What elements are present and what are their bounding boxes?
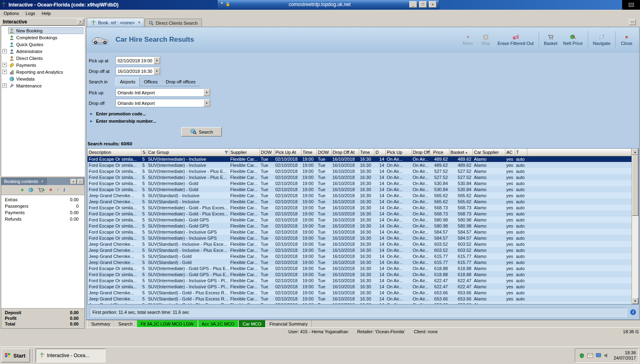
table-row[interactable]: Ford Escape Or simila...5SUV(Intermediat… xyxy=(88,180,631,186)
table-row[interactable]: Jeep Grand Cheroke...5SUV(Standard) - In… xyxy=(88,192,631,198)
sidebar-item-direct-clients[interactable]: Direct Clients xyxy=(1,55,84,62)
sidebar-item-quick-quotes[interactable]: Quick Quotes xyxy=(1,41,84,48)
close-booking-contents-icon[interactable]: × xyxy=(41,179,43,183)
menu-options[interactable]: Options xyxy=(0,11,22,16)
table-row[interactable]: Jeep Grand Cheroke...5SUV(Standard) - Go… xyxy=(88,302,631,304)
basket-add-icon[interactable]: + xyxy=(38,187,45,193)
column-header-dow[interactable]: DOW xyxy=(259,149,274,156)
tab-search[interactable]: Search xyxy=(114,320,137,327)
close-tab-icon[interactable]: × xyxy=(138,20,141,25)
scrollbar-track[interactable] xyxy=(632,216,638,298)
vertical-scrollbar[interactable]: ▲ ▼ xyxy=(631,149,638,304)
column-header-time[interactable]: Time xyxy=(301,149,317,156)
sidebar-item-new-booking[interactable]: New Booking xyxy=(1,27,84,34)
tab-financial-summary[interactable]: Financial Summary xyxy=(265,320,312,327)
column-header-pick-up-at[interactable]: Pick Up At xyxy=(274,149,301,156)
erase-filtered-out-button[interactable]: Erase Filtered Out xyxy=(495,33,536,47)
rdp-restore-button[interactable]: □ xyxy=(419,1,427,8)
nett-price-button[interactable]: Nett Price xyxy=(561,33,585,47)
basket-button[interactable]: Basket xyxy=(542,33,560,47)
tray-shield-icon[interactable] xyxy=(579,353,584,358)
sidebar-item-payments[interactable]: +Payments xyxy=(1,62,84,68)
info-icon[interactable]: i xyxy=(64,187,65,193)
booking-row-extras[interactable]: Extras0.00 xyxy=(1,196,84,203)
panel-restore-button[interactable]: □ xyxy=(77,179,83,184)
column-header-pick-up[interactable]: Pick Up xyxy=(385,149,411,156)
start-button[interactable]: Start xyxy=(1,349,30,362)
tab-acc-3a-1c-mco[interactable]: Acc 3A,1C MCO xyxy=(198,320,239,327)
column-header-car-group[interactable]: Car Group xyxy=(147,149,229,156)
scroll-down-icon[interactable]: ▼ xyxy=(632,298,638,304)
tab-flt-3a-1c-lgw-mco-lgw[interactable]: Flt 3A,1C LGW MCO LGW xyxy=(137,320,198,327)
expand-icon[interactable]: + xyxy=(2,63,7,67)
expand-icon[interactable]: + xyxy=(2,70,7,74)
scroll-up-icon[interactable]: ▲ xyxy=(632,149,638,155)
table-row[interactable]: Ford Escape Or simila...5SUV(Intermediat… xyxy=(88,271,631,277)
table-row[interactable]: Ford Escape Or simila...5SUV(Intermediat… xyxy=(88,223,631,229)
search-in-tab-offices[interactable]: Offices xyxy=(140,78,162,86)
tab-car-mco[interactable]: Car MCO xyxy=(238,320,265,327)
info-icon[interactable]: i xyxy=(630,309,636,315)
tab-direct-clients-search[interactable]: Direct Clients Search xyxy=(145,19,201,27)
taskbar-task-button[interactable]: Interactive - Ocea... xyxy=(36,349,105,362)
column-header-time[interactable]: Time xyxy=(359,149,374,156)
booking-contents-tab[interactable]: Booking contents × xyxy=(1,178,47,185)
pickup-at-select[interactable]: 02/10/2018 19:00 ▼ xyxy=(116,56,161,65)
sidebar-item-completed-bookings[interactable]: Completed Bookings xyxy=(1,34,84,41)
tab-book-ref-none[interactable]: Book. ref : <none>× xyxy=(87,18,144,27)
navigate-button[interactable]: Navigate xyxy=(591,33,613,47)
sidebar-item-administrator[interactable]: +Administrator xyxy=(1,48,84,55)
chevron-down-icon[interactable]: ▼ xyxy=(154,57,160,64)
column-header-ac[interactable]: AC xyxy=(505,149,515,156)
tray-mail-icon[interactable] xyxy=(587,353,593,358)
table-row[interactable]: Jeep Grand Cheroke...5SUV(Standard) - In… xyxy=(88,241,631,247)
table-row[interactable]: Ford Escape Or simila...5SUV(Intermediat… xyxy=(88,186,631,192)
collapse-panel-button[interactable]: ▪ xyxy=(77,19,83,24)
column-header-price[interactable]: Price xyxy=(430,149,449,156)
chevron-down-icon[interactable]: ▼ xyxy=(203,89,210,96)
table-row[interactable]: Jeep Grand Cheroke...5SUV(Standard) - Go… xyxy=(88,253,631,259)
expand-icon[interactable]: + xyxy=(2,83,7,88)
dropoff-at-select[interactable]: 16/10/2018 16:30 ▼ xyxy=(116,67,161,75)
table-row[interactable]: Jeep Grand Cheroke...5SUV(Standard) - In… xyxy=(88,247,631,253)
column-header-description[interactable]: Description xyxy=(88,149,141,156)
column-header-s[interactable]: S xyxy=(141,149,147,156)
promo-code-expander[interactable]: ► Enter promotion code... xyxy=(90,111,639,117)
column-header-d[interactable]: D xyxy=(374,149,385,156)
table-row[interactable]: Ford Escape Or simila...5SUV(Intermediat… xyxy=(88,277,631,283)
column-header-t[interactable]: T xyxy=(515,149,527,156)
table-row[interactable]: Ford Escape Or simila...5SUV(Intermediat… xyxy=(88,283,631,289)
rdp-close-button[interactable]: × xyxy=(429,1,437,8)
table-row[interactable]: Ford Escape Or simila...5SUV(Intermediat… xyxy=(88,235,631,241)
booking-row-passengers[interactable]: Passengers0 xyxy=(1,203,84,209)
table-row[interactable]: Ford Escape Or simila...5SUV(Intermediat… xyxy=(88,229,631,235)
minimize-document-button[interactable]: — xyxy=(629,19,636,25)
table-row[interactable]: Ford Escape Or simila...5SUV(Intermediat… xyxy=(88,217,631,223)
chevron-down-icon[interactable]: ▼ xyxy=(203,100,210,106)
dropoff-location-select[interactable]: Orlando Intl Airport ▼ xyxy=(116,99,211,107)
import-icon[interactable]: ↑ xyxy=(57,187,59,193)
expand-icon[interactable]: + xyxy=(2,49,7,53)
tray-volume-icon[interactable] xyxy=(604,353,609,358)
pickup-location-select[interactable]: Orlando Intl Airport ▼ xyxy=(116,88,211,97)
table-row[interactable]: Ford Escape Or simila...5SUV(Intermediat… xyxy=(88,168,631,174)
search-in-tab-airports[interactable]: Airports xyxy=(116,77,140,86)
delete-icon[interactable]: × xyxy=(49,187,52,193)
table-row[interactable]: Ford Escape Or simila...5SUV(Intermediat… xyxy=(88,204,631,211)
filter-icon[interactable] xyxy=(225,150,228,155)
menu-logs[interactable]: Logs xyxy=(22,11,39,16)
table-row[interactable]: Ford Escape Or simila...5SUV(Intermediat… xyxy=(88,162,631,168)
column-header-dow[interactable]: DOW xyxy=(317,149,331,156)
table-row[interactable]: Jeep Grand Cheroke...5SUV(Standard) - Go… xyxy=(88,259,631,265)
column-header-drop-off-at[interactable]: Drop Off At xyxy=(331,149,359,156)
menu-help[interactable]: Help xyxy=(39,11,54,16)
table-row[interactable]: Jeep Grand Cheroke...5SUV(Standard) - Go… xyxy=(88,289,631,296)
table-row[interactable]: Ford Escape Or simila...5SUV(Intermediat… xyxy=(88,174,631,180)
booking-row-refunds[interactable]: Refunds0.00 xyxy=(1,216,84,222)
table-row[interactable]: Ford Escape Or simila...5SUV(Intermediat… xyxy=(88,211,631,217)
search-button[interactable]: Search xyxy=(181,127,222,136)
column-header-supplier[interactable]: Supplier xyxy=(229,149,259,156)
table-row[interactable]: Jeep Grand Cheroke...5SUV(Standard) - Go… xyxy=(88,296,631,302)
quote-icon[interactable] xyxy=(28,187,33,192)
table-row[interactable]: Ford Escape Or simila...5SUV(Intermediat… xyxy=(88,156,631,162)
